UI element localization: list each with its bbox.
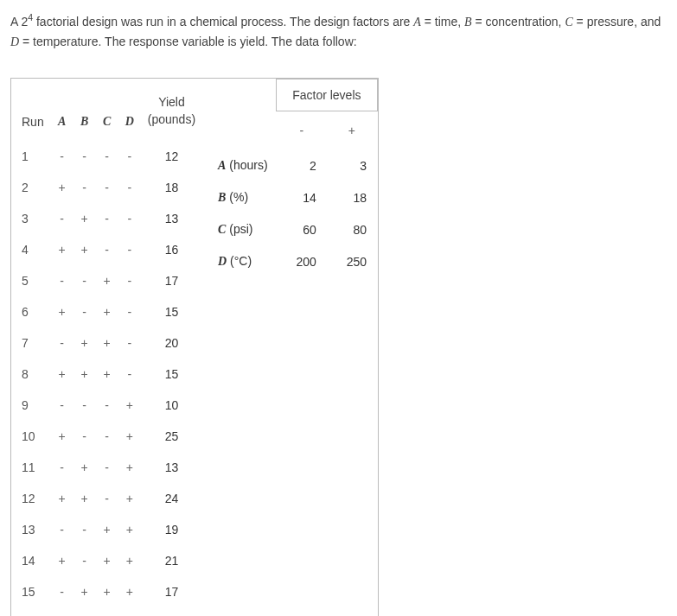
cell-D: + xyxy=(118,421,141,452)
cell-B: + xyxy=(73,452,96,483)
cell-yield: 24 xyxy=(141,483,202,514)
factor-levels-title: Factor levels xyxy=(277,79,377,111)
cell-D: - xyxy=(118,172,141,203)
cell-B: + xyxy=(73,576,96,607)
cell-C: - xyxy=(96,421,118,452)
run-num: 2 xyxy=(11,172,51,203)
cell-D: - xyxy=(118,234,141,265)
cell-A: - xyxy=(51,452,73,483)
cell-A: - xyxy=(51,265,73,296)
level-high: + xyxy=(327,111,377,150)
run-num: 9 xyxy=(11,390,51,421)
cell-A: + xyxy=(51,172,73,203)
cell-A: - xyxy=(51,514,73,545)
cell-A: + xyxy=(51,545,73,576)
cell-D: + xyxy=(118,390,141,421)
cell-yield: 17 xyxy=(141,265,202,296)
cell-yield: 10 xyxy=(141,390,202,421)
factor-low: 14 xyxy=(277,181,327,213)
cell-yield: 18 xyxy=(141,172,202,203)
table-row: 12++-+24 xyxy=(11,483,202,514)
level-low: - xyxy=(277,111,327,150)
factor-levels-table: Factor levels - + A (hours)23B (%)1418C … xyxy=(209,79,377,277)
design-table: Run A B C D Yield (pounds) 1----122+---1… xyxy=(11,79,202,616)
run-num: 11 xyxy=(11,452,51,483)
cell-yield: 12 xyxy=(141,141,202,172)
cell-B: + xyxy=(73,327,96,359)
cell-C: + xyxy=(96,607,118,616)
cell-A: + xyxy=(51,296,73,327)
cell-yield: 21 xyxy=(141,545,202,576)
cell-yield: 16 xyxy=(141,234,202,265)
cell-A: - xyxy=(51,203,73,234)
cell-yield: 15 xyxy=(141,359,202,390)
cell-C: - xyxy=(96,390,118,421)
cell-B: + xyxy=(73,234,96,265)
factor-name: C (psi) xyxy=(209,213,277,245)
cell-C: + xyxy=(96,545,118,576)
table-row: 10+--+25 xyxy=(11,421,202,452)
cell-yield: 15 xyxy=(141,296,202,327)
table-row: 4++--16 xyxy=(11,234,202,265)
cell-A: + xyxy=(51,359,73,390)
cell-yield: 20 xyxy=(141,327,202,359)
col-C: C xyxy=(96,79,118,140)
cell-B: - xyxy=(73,421,96,452)
factor-name: D (°C) xyxy=(209,245,277,277)
cell-D: - xyxy=(118,327,141,359)
factor-row: B (%)1418 xyxy=(209,181,377,213)
col-run: Run xyxy=(11,79,51,140)
factor-low: 2 xyxy=(277,149,327,181)
run-num: 4 xyxy=(11,234,51,265)
table-row: 15-+++17 xyxy=(11,576,202,607)
cell-C: + xyxy=(96,265,118,296)
cell-B: - xyxy=(73,265,96,296)
cell-D: + xyxy=(118,483,141,514)
cell-C: - xyxy=(96,172,118,203)
cell-B: + xyxy=(73,483,96,514)
cell-C: - xyxy=(96,234,118,265)
cell-A: - xyxy=(51,327,73,359)
run-num: 14 xyxy=(11,545,51,576)
cell-C: + xyxy=(96,359,118,390)
cell-yield: 19 xyxy=(141,514,202,545)
cell-A: - xyxy=(51,390,73,421)
cell-A: - xyxy=(51,576,73,607)
table-row: 6+-+-15 xyxy=(11,296,202,327)
run-num: 6 xyxy=(11,296,51,327)
cell-yield: 13 xyxy=(141,452,202,483)
cell-A: + xyxy=(51,234,73,265)
col-yield: Yield (pounds) xyxy=(141,79,202,140)
cell-B: + xyxy=(73,607,96,616)
table-row: 13--++19 xyxy=(11,514,202,545)
run-num: 12 xyxy=(11,483,51,514)
run-num: 7 xyxy=(11,327,51,359)
cell-C: + xyxy=(96,296,118,327)
cell-D: - xyxy=(118,265,141,296)
cell-D: + xyxy=(118,576,141,607)
cell-C: + xyxy=(96,514,118,545)
table-row: 16++++23 xyxy=(11,607,202,616)
cell-B: - xyxy=(73,296,96,327)
cell-D: + xyxy=(118,607,141,616)
cell-B: + xyxy=(73,359,96,390)
run-num: 3 xyxy=(11,203,51,234)
factor-row: C (psi)6080 xyxy=(209,213,377,245)
table-row: 9---+10 xyxy=(11,390,202,421)
cell-C: + xyxy=(96,327,118,359)
cell-C: - xyxy=(96,203,118,234)
table-row: 2+---18 xyxy=(11,172,202,203)
problem-statement: A 24 factorial design was run in a chemi… xyxy=(10,10,667,52)
cell-C: + xyxy=(96,576,118,607)
factor-high: 250 xyxy=(327,245,377,277)
factor-name: B (%) xyxy=(209,181,277,213)
cell-B: - xyxy=(73,172,96,203)
factor-low: 60 xyxy=(277,213,327,245)
cell-yield: 25 xyxy=(141,421,202,452)
cell-D: - xyxy=(118,141,141,172)
cell-A: + xyxy=(51,607,73,616)
run-num: 16 xyxy=(11,607,51,616)
factor-high: 3 xyxy=(327,149,377,181)
cell-B: - xyxy=(73,545,96,576)
table-row: 1----12 xyxy=(11,141,202,172)
